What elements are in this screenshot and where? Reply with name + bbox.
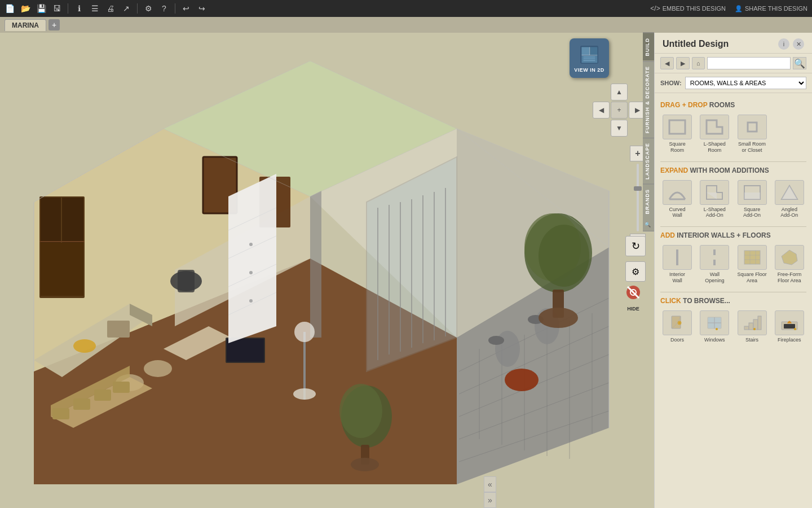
small-room-label: Small Roomor Closet: [738, 141, 766, 154]
square-addon-icon: [742, 183, 762, 202]
svg-rect-122: [758, 316, 761, 330]
item-l-shaped-room[interactable]: L-ShapedRoom: [698, 113, 731, 155]
svg-marker-18: [310, 191, 321, 338]
save-as-icon[interactable]: 🖫: [52, 3, 62, 14]
view-2d-button[interactable]: VIEW IN 2D: [570, 38, 609, 78]
redo-icon[interactable]: ↪: [197, 3, 207, 14]
canvas-settings-button[interactable]: ⚙: [625, 261, 646, 282]
small-room-icon: [742, 118, 762, 136]
wall-opening-icon-box: [700, 245, 729, 270]
collapse-up-button[interactable]: «: [484, 476, 496, 492]
panel-forward-button[interactable]: ▶: [676, 57, 690, 69]
expand-suffix: WITH ROOM ADDITIONS: [690, 167, 769, 174]
tab-marina[interactable]: MARINA: [5, 19, 46, 31]
nav-up-button[interactable]: ▲: [611, 84, 628, 100]
share-design-button[interactable]: 👤 SHARE THIS DESIGN: [735, 5, 807, 12]
item-stairs[interactable]: Stairs: [735, 309, 769, 344]
svg-rect-40: [113, 382, 130, 393]
item-square-floor[interactable]: Square FloorArea: [735, 244, 769, 285]
rotate-button[interactable]: ↻: [625, 236, 646, 256]
svg-rect-24: [41, 198, 61, 243]
panel-content: DRAG + DROP ROOMS SquareRoom: [655, 93, 812, 508]
add-tab-button[interactable]: +: [48, 19, 60, 30]
stairs-icon-box: [738, 310, 767, 335]
svg-point-33: [144, 360, 172, 377]
hide-button[interactable]: HIDE: [619, 284, 647, 312]
item-angled-addon[interactable]: AngledAdd-On: [773, 179, 806, 220]
interior-wall-label: InteriorWall: [669, 271, 685, 284]
side-tab-furnish[interactable]: FURNISH & DECORATE: [643, 61, 654, 138]
zoom-slider-thumb[interactable]: [634, 186, 642, 191]
item-doors[interactable]: Doors: [660, 309, 694, 344]
collapse-down-button[interactable]: »: [484, 492, 496, 508]
export-icon[interactable]: ↗: [121, 3, 131, 14]
side-tab-landscape[interactable]: LANDSCAPE: [643, 138, 654, 184]
help-icon[interactable]: ?: [159, 3, 169, 14]
item-wall-opening[interactable]: WallOpening: [698, 244, 731, 285]
stairs-icon: [742, 314, 762, 332]
canvas-area[interactable]: VIEW IN 2D ▲ ◀ + ▶ ▼ + −: [0, 33, 654, 508]
item-curved-wall[interactable]: CurvedWall: [660, 179, 694, 220]
info-icon[interactable]: ℹ: [74, 3, 84, 14]
side-tab-search[interactable]: 🔍: [643, 218, 654, 231]
square-room-label: SquareRoom: [669, 141, 686, 154]
section-divider-2: [660, 226, 806, 227]
undo-icon[interactable]: ↩: [181, 3, 191, 14]
svg-rect-55: [178, 270, 195, 292]
stairs-label: Stairs: [745, 337, 758, 343]
square-floor-label: Square FloorArea: [738, 271, 767, 284]
item-windows[interactable]: Windows: [698, 309, 731, 344]
save-icon[interactable]: 💾: [36, 3, 46, 14]
svg-point-113: [678, 322, 681, 324]
panel-back-button[interactable]: ◀: [660, 57, 674, 69]
show-dropdown[interactable]: ROOMS, WALLS & AREAS: [685, 77, 806, 89]
section-divider-1: [660, 161, 806, 162]
panel-close-button[interactable]: ✕: [793, 38, 804, 50]
nav-left-button[interactable]: ◀: [593, 102, 610, 119]
side-tab-brands[interactable]: BRANDS: [643, 184, 654, 219]
print-icon[interactable]: 🖨: [105, 3, 116, 14]
open-file-icon[interactable]: 📂: [20, 3, 30, 14]
panel-search-button[interactable]: 🔍: [793, 57, 806, 69]
item-placeholder: [773, 113, 806, 155]
panel-info-button[interactable]: i: [778, 38, 789, 50]
panel-search-input[interactable]: [707, 57, 791, 69]
item-square-room[interactable]: SquareRoom: [660, 113, 694, 155]
svg-point-52: [293, 388, 316, 400]
settings-icon[interactable]: ⚙: [143, 3, 153, 14]
panel-home-button[interactable]: ⌂: [692, 57, 705, 69]
svg-marker-111: [782, 250, 797, 265]
expand-prefix: EXPAND: [660, 167, 688, 174]
svg-point-118: [716, 328, 718, 330]
angled-addon-icon-box: [775, 180, 804, 205]
svg-point-123: [753, 328, 756, 330]
fireplaces-label: Fireplaces: [778, 337, 801, 343]
wall-opening-icon: [704, 248, 725, 266]
show-label: SHOW:: [660, 80, 682, 86]
embed-design-button[interactable]: </> EMBED THIS DESIGN: [650, 5, 726, 12]
nav-center-button[interactable]: +: [611, 102, 628, 119]
svg-rect-100: [744, 192, 760, 199]
windows-icon: [704, 314, 725, 332]
angled-addon-label: AngledAdd-On: [780, 207, 798, 219]
svg-rect-42: [227, 339, 264, 362]
nav-cross: ▲ ◀ + ▶ ▼: [593, 84, 646, 137]
nav-down-button[interactable]: ▼: [611, 120, 628, 137]
svg-marker-94: [707, 120, 722, 134]
item-freeform-floor[interactable]: Free-FormFloor Area: [773, 244, 806, 285]
new-file-icon[interactable]: 📄: [5, 3, 15, 14]
item-l-shaped-addon[interactable]: L-ShapedAdd-On: [698, 179, 731, 220]
svg-marker-98: [707, 192, 717, 199]
svg-rect-93: [669, 120, 685, 134]
item-square-addon[interactable]: SquareAdd-On: [735, 179, 769, 220]
svg-point-50: [249, 299, 253, 303]
item-fireplaces[interactable]: Fireplaces: [773, 309, 806, 344]
item-small-room[interactable]: Small Roomor Closet: [735, 113, 769, 155]
list-icon[interactable]: ☰: [90, 3, 100, 14]
svg-rect-125: [784, 324, 795, 329]
l-shaped-addon-icon-box: [700, 180, 729, 205]
freeform-floor-icon-box: [775, 245, 804, 270]
wall-opening-label: WallOpening: [705, 271, 724, 284]
item-interior-wall[interactable]: InteriorWall: [660, 244, 694, 285]
side-tab-build[interactable]: BUILD: [643, 33, 654, 61]
